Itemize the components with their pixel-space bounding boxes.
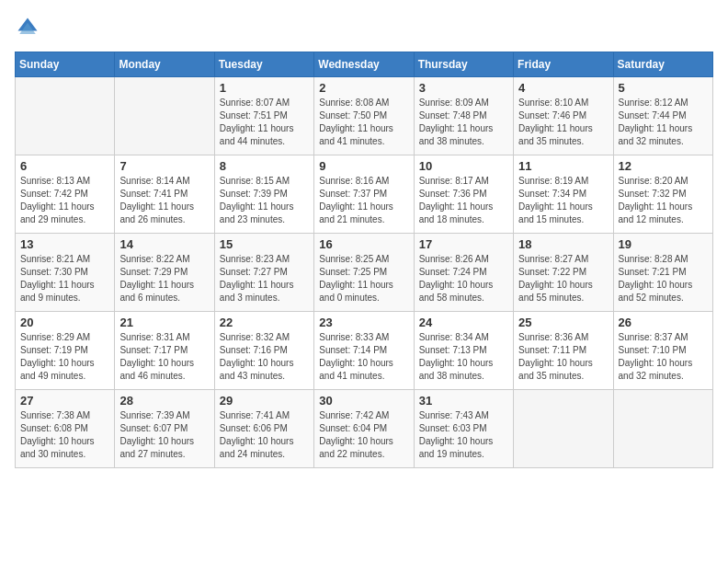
day-detail: Sunrise: 7:39 AM Sunset: 6:07 PM Dayligh… [119,409,209,461]
calendar-week-row: 27Sunrise: 7:38 AM Sunset: 6:08 PM Dayli… [16,390,713,468]
day-detail: Sunrise: 8:16 AM Sunset: 7:37 PM Dayligh… [319,175,408,226]
day-detail: Sunrise: 8:20 AM Sunset: 7:32 PM Dayligh… [619,175,708,226]
page-header [15,15,713,40]
weekday-header-friday: Friday [514,52,613,77]
day-detail: Sunrise: 7:38 AM Sunset: 6:08 PM Dayligh… [20,409,109,461]
day-number: 30 [319,394,408,408]
calendar-week-row: 20Sunrise: 8:29 AM Sunset: 7:19 PM Dayli… [16,312,713,390]
calendar-day-cell: 26Sunrise: 8:37 AM Sunset: 7:10 PM Dayli… [613,312,712,390]
day-number: 5 [619,81,708,95]
calendar-day-cell: 8Sunrise: 8:15 AM Sunset: 7:39 PM Daylig… [214,155,313,234]
day-number: 21 [119,316,209,329]
day-detail: Sunrise: 8:10 AM Sunset: 7:46 PM Dayligh… [518,97,608,148]
calendar-day-cell: 20Sunrise: 8:29 AM Sunset: 7:19 PM Dayli… [16,312,115,390]
calendar-day-cell: 7Sunrise: 8:14 AM Sunset: 7:41 PM Daylig… [115,155,214,234]
day-detail: Sunrise: 8:21 AM Sunset: 7:30 PM Dayligh… [20,253,109,304]
day-detail: Sunrise: 8:29 AM Sunset: 7:19 PM Dayligh… [20,331,109,383]
calendar-week-row: 6Sunrise: 8:13 AM Sunset: 7:42 PM Daylig… [16,155,713,234]
day-detail: Sunrise: 8:17 AM Sunset: 7:36 PM Dayligh… [419,175,508,226]
day-number: 9 [319,159,408,173]
day-detail: Sunrise: 8:31 AM Sunset: 7:17 PM Dayligh… [119,331,209,383]
calendar-day-cell: 11Sunrise: 8:19 AM Sunset: 7:34 PM Dayli… [514,155,613,234]
day-number: 31 [419,394,508,408]
calendar-day-cell: 9Sunrise: 8:16 AM Sunset: 7:37 PM Daylig… [314,155,414,234]
day-number: 1 [220,81,309,95]
calendar-day-cell: 13Sunrise: 8:21 AM Sunset: 7:30 PM Dayli… [16,234,115,312]
calendar-day-cell: 22Sunrise: 8:32 AM Sunset: 7:16 PM Dayli… [214,312,313,390]
logo-icon [15,15,40,40]
day-number: 11 [518,159,608,173]
calendar-day-cell: 6Sunrise: 8:13 AM Sunset: 7:42 PM Daylig… [16,155,115,234]
day-number: 16 [319,237,408,251]
calendar-day-cell: 24Sunrise: 8:34 AM Sunset: 7:13 PM Dayli… [414,312,513,390]
day-number: 29 [220,394,309,408]
calendar-header: SundayMondayTuesdayWednesdayThursdayFrid… [16,52,713,77]
calendar-day-cell: 5Sunrise: 8:12 AM Sunset: 7:44 PM Daylig… [613,77,712,155]
day-number: 25 [518,316,608,329]
day-number: 3 [419,81,508,95]
day-number: 24 [419,316,508,329]
weekday-header-wednesday: Wednesday [314,52,414,77]
calendar-body: 1Sunrise: 8:07 AM Sunset: 7:51 PM Daylig… [16,77,713,468]
day-detail: Sunrise: 8:13 AM Sunset: 7:42 PM Dayligh… [20,175,109,226]
day-detail: Sunrise: 8:15 AM Sunset: 7:39 PM Dayligh… [220,175,309,226]
calendar-day-cell: 17Sunrise: 8:26 AM Sunset: 7:24 PM Dayli… [414,234,513,312]
calendar-day-cell: 18Sunrise: 8:27 AM Sunset: 7:22 PM Dayli… [514,234,613,312]
day-number: 4 [518,81,608,95]
calendar-day-cell: 3Sunrise: 8:09 AM Sunset: 7:48 PM Daylig… [414,77,513,155]
calendar-day-cell [115,77,214,155]
day-number: 7 [119,159,209,173]
calendar-day-cell: 29Sunrise: 7:41 AM Sunset: 6:06 PM Dayli… [214,390,313,468]
calendar-day-cell: 12Sunrise: 8:20 AM Sunset: 7:32 PM Dayli… [613,155,712,234]
logo [15,15,44,40]
calendar-day-cell: 23Sunrise: 8:33 AM Sunset: 7:14 PM Dayli… [314,312,414,390]
day-number: 2 [319,81,408,95]
calendar-day-cell: 16Sunrise: 8:25 AM Sunset: 7:25 PM Dayli… [314,234,414,312]
day-detail: Sunrise: 7:41 AM Sunset: 6:06 PM Dayligh… [220,409,309,461]
day-detail: Sunrise: 8:36 AM Sunset: 7:11 PM Dayligh… [518,331,608,383]
day-number: 12 [619,159,708,173]
calendar-week-row: 13Sunrise: 8:21 AM Sunset: 7:30 PM Dayli… [16,234,713,312]
day-detail: Sunrise: 8:09 AM Sunset: 7:48 PM Dayligh… [419,97,508,148]
day-detail: Sunrise: 8:32 AM Sunset: 7:16 PM Dayligh… [220,331,309,383]
day-detail: Sunrise: 8:07 AM Sunset: 7:51 PM Dayligh… [220,97,309,148]
calendar-week-row: 1Sunrise: 8:07 AM Sunset: 7:51 PM Daylig… [16,77,713,155]
day-detail: Sunrise: 8:22 AM Sunset: 7:29 PM Dayligh… [119,253,209,304]
calendar-day-cell: 30Sunrise: 7:42 AM Sunset: 6:04 PM Dayli… [314,390,414,468]
calendar-day-cell: 4Sunrise: 8:10 AM Sunset: 7:46 PM Daylig… [514,77,613,155]
day-detail: Sunrise: 8:12 AM Sunset: 7:44 PM Dayligh… [619,97,708,148]
day-number: 14 [119,237,209,251]
day-detail: Sunrise: 8:14 AM Sunset: 7:41 PM Dayligh… [119,175,209,226]
weekday-header-thursday: Thursday [414,52,513,77]
day-detail: Sunrise: 7:43 AM Sunset: 6:03 PM Dayligh… [419,409,508,461]
day-number: 18 [518,237,608,251]
calendar-day-cell: 1Sunrise: 8:07 AM Sunset: 7:51 PM Daylig… [214,77,313,155]
calendar-day-cell: 14Sunrise: 8:22 AM Sunset: 7:29 PM Dayli… [115,234,214,312]
day-number: 6 [20,159,109,173]
day-detail: Sunrise: 8:28 AM Sunset: 7:21 PM Dayligh… [619,253,708,304]
day-number: 17 [419,237,508,251]
calendar-day-cell [514,390,613,468]
day-detail: Sunrise: 7:42 AM Sunset: 6:04 PM Dayligh… [319,409,408,461]
day-number: 27 [20,394,109,408]
weekday-header-sunday: Sunday [16,52,115,77]
day-number: 23 [319,316,408,329]
day-number: 26 [619,316,708,329]
day-number: 15 [220,237,309,251]
calendar-table: SundayMondayTuesdayWednesdayThursdayFrid… [15,52,713,468]
calendar-day-cell [613,390,712,468]
calendar-day-cell: 31Sunrise: 7:43 AM Sunset: 6:03 PM Dayli… [414,390,513,468]
day-number: 22 [220,316,309,329]
day-detail: Sunrise: 8:27 AM Sunset: 7:22 PM Dayligh… [518,253,608,304]
calendar-day-cell: 19Sunrise: 8:28 AM Sunset: 7:21 PM Dayli… [613,234,712,312]
weekday-header-saturday: Saturday [613,52,712,77]
day-detail: Sunrise: 8:33 AM Sunset: 7:14 PM Dayligh… [319,331,408,383]
day-number: 10 [419,159,508,173]
day-number: 28 [119,394,209,408]
day-detail: Sunrise: 8:34 AM Sunset: 7:13 PM Dayligh… [419,331,508,383]
day-number: 13 [20,237,109,251]
day-detail: Sunrise: 8:25 AM Sunset: 7:25 PM Dayligh… [319,253,408,304]
day-detail: Sunrise: 8:23 AM Sunset: 7:27 PM Dayligh… [220,253,309,304]
day-detail: Sunrise: 8:08 AM Sunset: 7:50 PM Dayligh… [319,97,408,148]
calendar-day-cell [16,77,115,155]
